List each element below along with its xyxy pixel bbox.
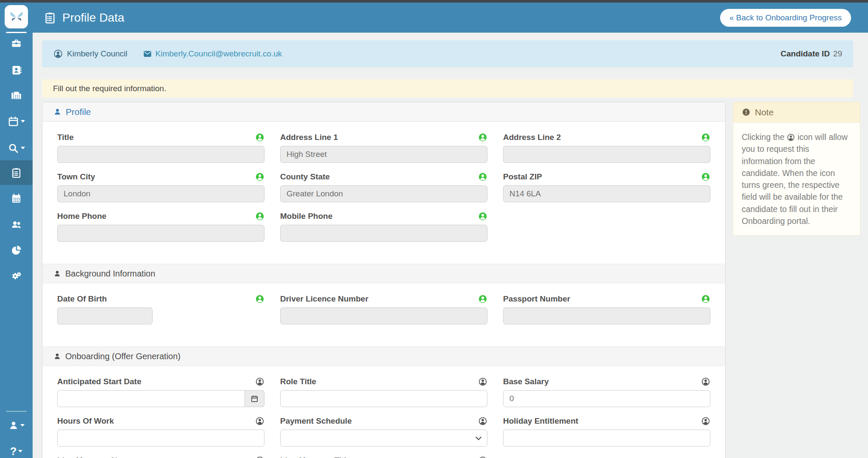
exclamation-circle-icon [742,108,751,117]
user-icon [53,352,61,360]
sidebar-item-onboarding-active[interactable] [0,160,33,185]
sidebar-item-jobs[interactable] [0,31,33,55]
anticipated-start-date-input[interactable] [57,390,245,407]
request-from-candidate-icon[interactable] [478,416,487,426]
request-from-candidate-icon[interactable] [701,133,710,142]
pie-chart-icon [11,244,22,256]
note-title: Note [755,107,773,117]
back-to-onboarding-progress-button[interactable]: « Back to Onboarding Progress [720,9,851,27]
field-label: Base Salary [503,377,549,386]
field-label: Payment Schedule [280,416,352,426]
onboarding-section-body: Anticipated Start Date Role Title Base S… [42,366,725,458]
county-state-input [280,185,487,202]
envelope-icon [143,49,152,59]
request-from-candidate-icon[interactable] [255,172,264,182]
field-label: Town City [57,172,95,182]
caret-down-icon [20,424,25,427]
user-circle-gray-icon [478,377,487,386]
field-county-state: County State [280,172,487,202]
clipboard-icon [44,11,56,24]
home-phone-input [57,225,264,242]
sidebar-item-reports[interactable] [0,238,33,262]
field-hours-of-work: Hours Of Work [57,416,264,447]
request-from-candidate-icon[interactable] [478,133,487,142]
sidebar-item-calendar-menu[interactable] [0,109,33,133]
candidate-info-bar: Kimberly Council Kimberly.Council@webrec… [42,40,853,67]
sidebar-item-communications[interactable] [0,84,33,107]
request-from-candidate-icon[interactable] [255,133,264,142]
sidebar-item-users[interactable] [0,212,33,236]
request-from-candidate-icon[interactable] [701,294,710,304]
address-book-icon [11,64,22,76]
postal-zip-input [503,185,710,202]
note-text: icon will allow you to request this info… [742,132,848,226]
app-screen: ? Profile Data « Back to Onboarding Prog… [0,0,868,458]
request-from-candidate-icon[interactable] [701,172,710,182]
sidebar-item-search-menu[interactable] [0,136,33,160]
field-label: Role Title [280,377,316,386]
address-line-1-input [280,146,487,163]
user-circle-icon [53,49,63,59]
base-salary-input[interactable] [503,390,710,407]
passport-number-input [503,307,710,324]
user-circle-gray-icon [255,456,264,458]
role-title-input[interactable] [280,390,487,407]
field-holiday-entitlement: Holiday Entitlement [503,416,710,447]
candidate-id: Candidate ID29 [781,49,842,59]
request-from-candidate-icon[interactable] [478,456,487,458]
request-from-candidate-icon[interactable] [255,377,264,386]
user-circle-green-icon [701,133,710,142]
request-from-candidate-icon[interactable] [478,212,487,221]
date-of-birth-input [57,307,153,324]
page-title-text: Profile Data [62,11,124,25]
user-circle-green-icon [255,212,264,221]
request-from-candidate-icon[interactable] [478,172,487,182]
sidebar-item-settings[interactable] [0,264,33,288]
briefcase-icon [11,38,22,49]
request-from-candidate-icon[interactable] [255,456,264,458]
sidebar-item-account-menu[interactable] [0,413,33,437]
field-label: Line Manager Name [57,456,134,458]
info-alert: Fill out the required information. [42,79,853,98]
user-circle-gray-icon [701,416,710,426]
field-label: Address Line 2 [503,133,561,142]
town-city-input [57,185,264,202]
field-label: Driver Licence Number [280,294,368,304]
app-logo[interactable] [5,5,28,28]
alert-message: Fill out the required information. [53,84,166,93]
user-circle-green-icon [478,212,487,221]
caret-down-icon [18,450,22,452]
candidate-email-link[interactable]: Kimberly.Council@webrecruit.co.uk [143,49,282,59]
payment-schedule-select[interactable] [280,430,487,447]
date-picker-button[interactable] [245,390,264,407]
field-town-city: Town City [57,172,264,202]
field-anticipated-start-date: Anticipated Start Date [57,377,264,407]
field-label: Home Phone [57,212,106,221]
sidebar-item-schedule[interactable] [0,187,33,210]
request-from-candidate-icon[interactable] [701,377,710,386]
field-passport-number: Passport Number [503,294,710,324]
background-information-section-header: Background Information [42,264,725,283]
hours-of-work-input[interactable] [57,430,264,447]
candidate-id-value: 29 [833,49,842,58]
request-from-candidate-icon[interactable] [478,294,487,304]
field-base-salary: Base Salary [503,377,710,407]
request-from-candidate-icon[interactable] [255,212,264,221]
clipboard-icon [11,167,22,179]
candidate-name-text: Kimberly Council [67,49,128,59]
request-from-candidate-icon[interactable] [255,294,264,304]
user-circle-gray-icon [255,416,264,426]
background-section-title: Background Information [65,269,155,279]
request-from-candidate-icon[interactable] [478,377,487,386]
field-label: County State [280,172,330,182]
title-input [57,146,264,163]
field-label: Postal ZIP [503,172,542,182]
request-from-candidate-icon[interactable] [255,416,264,426]
sidebar-item-help-menu[interactable]: ? [0,439,33,458]
sidebar-item-candidates[interactable] [0,58,33,82]
user-icon [53,270,61,277]
onboarding-section-header: Onboarding (Offer Generation) [42,346,725,366]
field-label: Mobile Phone [280,212,333,221]
holiday-entitlement-input[interactable] [503,430,710,447]
request-from-candidate-icon[interactable] [701,416,710,426]
